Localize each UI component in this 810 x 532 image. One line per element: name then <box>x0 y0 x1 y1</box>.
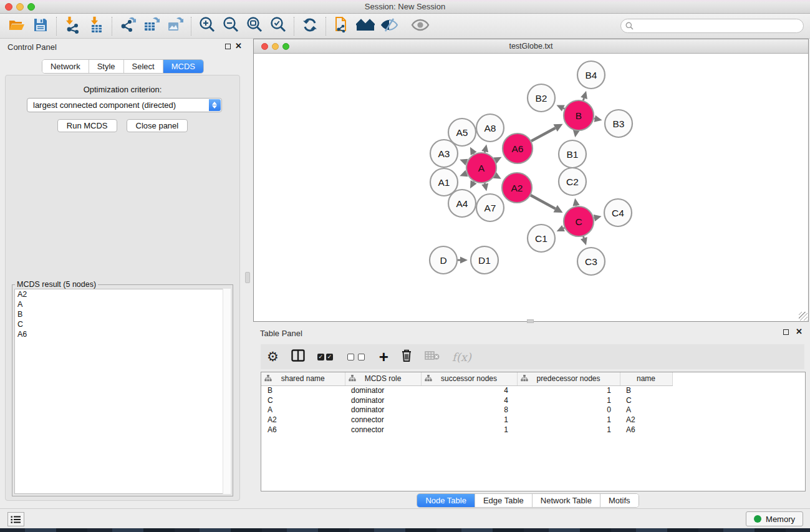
unselect-all-columns-button[interactable] <box>347 354 367 360</box>
graph-node-B1[interactable]: B1 <box>559 140 586 168</box>
split-columns-button[interactable] <box>291 349 305 364</box>
tab-edge-table[interactable]: Edge Table <box>475 494 533 507</box>
window-resize-grip[interactable] <box>799 312 808 321</box>
open-file-button[interactable] <box>6 16 27 36</box>
tab-network[interactable]: Network <box>42 60 89 73</box>
graph-node-B3[interactable]: B3 <box>605 110 632 137</box>
cell-shared_name[interactable]: A2 <box>261 415 345 425</box>
cell-shared_name[interactable]: A6 <box>261 425 345 435</box>
graph-node-C3[interactable]: C3 <box>577 248 605 275</box>
zoom-fit-button[interactable] <box>244 16 265 36</box>
network-canvas[interactable]: B4B2BB3A8A5A6A3B1AC2A1A2A4A7C4CC1DD1C3 <box>254 54 808 321</box>
cell-mcds_role[interactable]: dominator <box>345 395 421 405</box>
tab-mcds[interactable]: MCDS <box>163 60 203 73</box>
gear-button[interactable]: ⚙ <box>267 351 279 363</box>
show-all-button[interactable] <box>410 16 431 36</box>
add-column-button[interactable]: + <box>379 350 388 364</box>
cell-successor_nodes[interactable]: 4 <box>421 385 517 395</box>
column-header-MCDS-role[interactable]: MCDS role <box>345 372 421 385</box>
mcds-result-list[interactable]: A2ABCA6 <box>14 289 231 494</box>
hide-selected-button[interactable] <box>378 16 400 36</box>
cell-name[interactable]: B <box>620 385 672 395</box>
table-row[interactable]: Cdominator41C <box>261 395 805 405</box>
column-header-name[interactable]: name <box>620 372 672 385</box>
run-mcds-button[interactable]: Run MCDS <box>57 119 117 132</box>
cell-successor_nodes[interactable]: 1 <box>421 415 517 425</box>
table-row[interactable]: A2connector11A2 <box>261 415 805 425</box>
cell-name[interactable]: A6 <box>620 425 672 435</box>
graph-node-B4[interactable]: B4 <box>577 61 605 89</box>
mcds-list-scrollbar[interactable] <box>223 289 231 494</box>
first-neighbors-button[interactable] <box>355 16 376 36</box>
graph-edge-B-B4[interactable] <box>583 98 584 100</box>
delete-table-button[interactable] <box>425 351 440 363</box>
cell-predecessor_nodes[interactable]: 1 <box>517 395 620 405</box>
table-row[interactable]: Bdominator41B <box>261 385 805 395</box>
vertical-scroll-handle[interactable] <box>245 272 250 283</box>
cell-predecessor_nodes[interactable]: 1 <box>517 385 620 395</box>
tab-motifs[interactable]: Motifs <box>600 494 639 507</box>
close-panel-icon[interactable]: ✕ <box>235 41 242 51</box>
mcds-result-item[interactable]: A2 <box>15 289 230 299</box>
cell-shared_name[interactable]: B <box>261 385 345 395</box>
graph-node-A2[interactable]: A2 <box>502 173 532 203</box>
graph-edge-B-B2[interactable] <box>563 108 564 109</box>
horizontal-scroll-handle[interactable] <box>527 319 534 323</box>
cell-successor_nodes[interactable]: 8 <box>421 405 517 415</box>
graph-edge-C-C3[interactable] <box>583 236 584 238</box>
export-image-button[interactable] <box>165 16 186 36</box>
graph-node-A8[interactable]: A8 <box>476 114 504 142</box>
mcds-result-item[interactable]: C <box>15 319 230 329</box>
graph-node-C[interactable]: C <box>564 206 594 236</box>
export-network-button[interactable] <box>117 16 138 36</box>
zoom-in-button[interactable] <box>196 16 218 36</box>
graph-edge-A6-B[interactable] <box>531 128 556 141</box>
mcds-result-item[interactable]: A6 <box>15 329 230 339</box>
graph-edge-C-C1[interactable] <box>564 228 565 228</box>
clone-network-button[interactable] <box>331 16 352 36</box>
cell-predecessor_nodes[interactable]: 1 <box>517 415 620 425</box>
graph-node-A3[interactable]: A3 <box>430 140 458 167</box>
import-network-button[interactable] <box>62 16 83 36</box>
graph-node-A7[interactable]: A7 <box>476 194 504 221</box>
graph-edge-A2-C[interactable] <box>531 195 556 209</box>
task-history-button[interactable] <box>7 512 24 526</box>
tab-network-table[interactable]: Network Table <box>533 494 600 507</box>
cell-successor_nodes[interactable]: 4 <box>421 395 517 405</box>
cell-name[interactable]: C <box>620 395 672 405</box>
tab-select[interactable]: Select <box>124 60 163 73</box>
cell-successor_nodes[interactable]: 1 <box>421 425 517 435</box>
optimization-criterion-select[interactable]: largest connected component (directed) <box>27 98 222 112</box>
graph-node-A[interactable]: A <box>466 153 496 183</box>
cell-name[interactable]: A <box>620 405 672 415</box>
graph-node-A4[interactable]: A4 <box>448 190 476 217</box>
cell-mcds_role[interactable]: connector <box>345 415 421 425</box>
memory-button[interactable]: Memory <box>746 511 803 526</box>
search-input[interactable] <box>636 21 803 32</box>
close-table-panel-icon[interactable]: ✕ <box>796 327 803 336</box>
table-row[interactable]: Adominator80A <box>261 405 805 415</box>
float-panel-icon[interactable] <box>225 44 231 49</box>
graph-node-B[interactable]: B <box>564 100 594 130</box>
graph-node-D1[interactable]: D1 <box>471 246 498 274</box>
cell-mcds_role[interactable]: dominator <box>345 385 421 395</box>
cell-mcds_role[interactable]: connector <box>345 425 421 435</box>
column-header-predecessor-nodes[interactable]: predecessor nodes <box>517 372 620 385</box>
export-table-button[interactable] <box>141 16 162 36</box>
zoom-selected-button[interactable] <box>268 16 289 36</box>
tab-style[interactable]: Style <box>89 60 124 73</box>
select-all-columns-button[interactable]: ✓✓ <box>317 354 335 360</box>
mcds-result-item[interactable]: B <box>15 309 230 319</box>
delete-column-button[interactable] <box>401 349 412 365</box>
cell-predecessor_nodes[interactable]: 1 <box>517 425 620 435</box>
refresh-button[interactable] <box>299 16 321 36</box>
function-builder-button[interactable]: f(x) <box>452 351 471 364</box>
cell-mcds_role[interactable]: dominator <box>345 405 421 415</box>
graph-node-D[interactable]: D <box>430 246 457 274</box>
import-table-button[interactable] <box>85 16 107 36</box>
cell-predecessor_nodes[interactable]: 0 <box>517 405 620 415</box>
column-header-successor-nodes[interactable]: successor nodes <box>421 372 517 385</box>
save-session-button[interactable] <box>30 16 51 36</box>
float-table-panel-icon[interactable] <box>783 329 789 335</box>
close-panel-button[interactable]: Close panel <box>127 119 188 132</box>
